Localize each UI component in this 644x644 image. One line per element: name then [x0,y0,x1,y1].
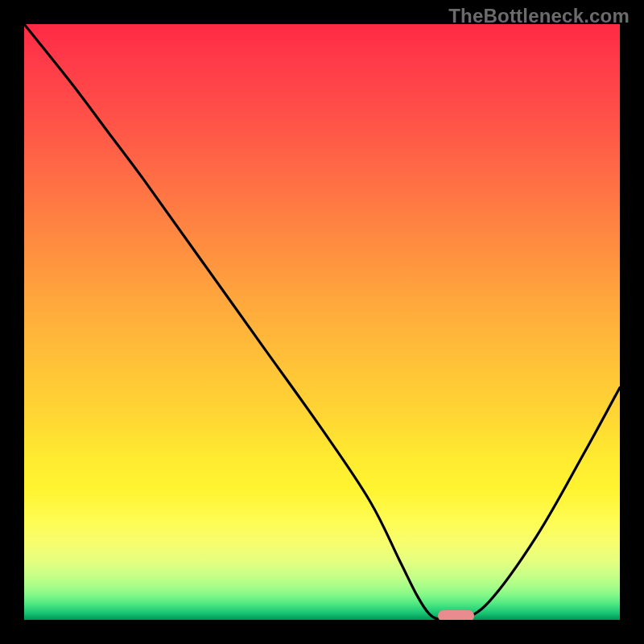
curve-layer [24,24,620,620]
optimal-marker [438,610,473,620]
plot-area [24,24,620,620]
chart-frame: TheBottleneck.com [0,0,644,644]
bottleneck-curve [24,24,620,620]
